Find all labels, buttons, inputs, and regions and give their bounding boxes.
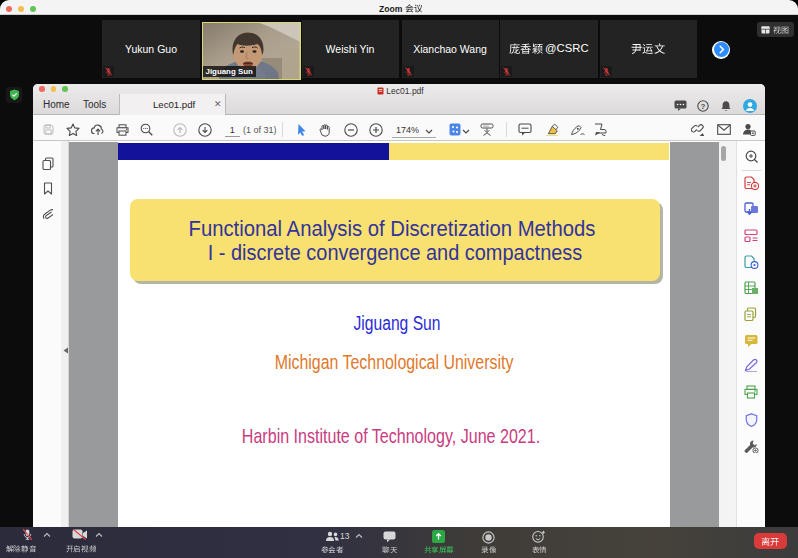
svg-text:?: ?: [701, 102, 706, 111]
